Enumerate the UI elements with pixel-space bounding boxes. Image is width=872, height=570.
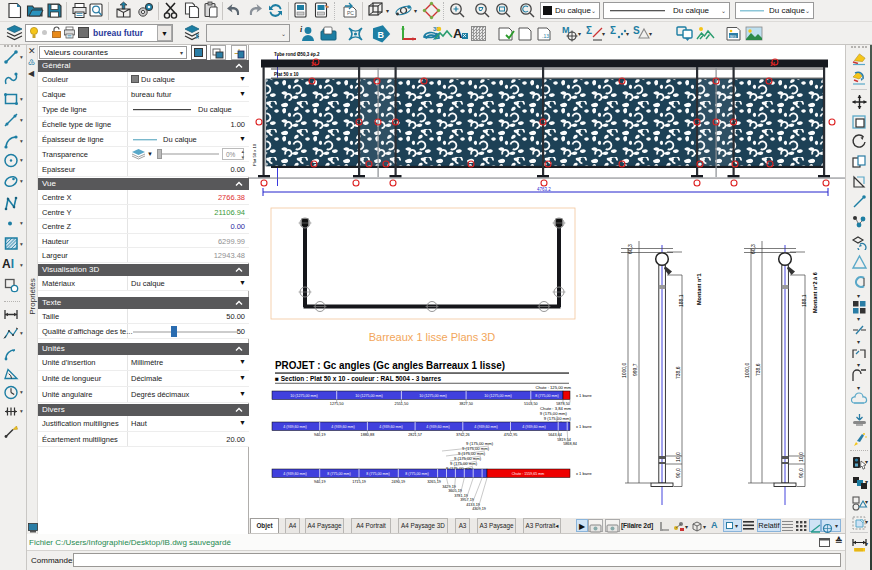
svg-text:3762,26: 3762,26 bbox=[456, 433, 470, 437]
svg-text:5868,84: 5868,84 bbox=[563, 442, 577, 446]
svg-text:4309,19: 4309,19 bbox=[472, 507, 486, 511]
svg-text:738,6: 738,6 bbox=[675, 366, 681, 379]
svg-text:Σ: Σ bbox=[610, 25, 616, 36]
svg-text:4 (939,60 mm): 4 (939,60 mm) bbox=[283, 425, 306, 429]
svg-text:Plat 50 x 10: Plat 50 x 10 bbox=[252, 143, 257, 166]
svg-text:3957,19: 3957,19 bbox=[460, 498, 474, 502]
svg-text:60,3: 60,3 bbox=[627, 244, 633, 254]
svg-text:x 1 barre: x 1 barre bbox=[576, 393, 593, 398]
svg-text:999,7: 999,7 bbox=[632, 363, 638, 376]
svg-text:1275,50: 1275,50 bbox=[330, 402, 344, 406]
svg-text:4 (939,60 mm): 4 (939,60 mm) bbox=[283, 472, 306, 476]
svg-text:x 1 barre: x 1 barre bbox=[576, 424, 593, 429]
svg-text:2551,50: 2551,50 bbox=[395, 402, 409, 406]
svg-text:3429,19: 3429,19 bbox=[442, 485, 456, 489]
svg-text:PROJET : Gc angles (Gc angles: PROJET : Gc angles (Gc angles Barreaux 1… bbox=[275, 359, 505, 371]
svg-text:1000,0: 1000,0 bbox=[744, 362, 750, 378]
svg-text:5643,64: 5643,64 bbox=[548, 433, 562, 437]
svg-text:2490,19: 2490,19 bbox=[391, 480, 405, 484]
svg-text:Chute : 1559,65 mm: Chute : 1559,65 mm bbox=[512, 472, 545, 476]
svg-text:4 (939,60 mm): 4 (939,60 mm) bbox=[522, 425, 545, 429]
svg-text:10,0: 10,0 bbox=[798, 452, 804, 462]
svg-text:Chute : 3,84 mm: Chute : 3,84 mm bbox=[540, 406, 571, 411]
svg-text:5819,54: 5819,54 bbox=[557, 438, 571, 442]
svg-text:188,1: 188,1 bbox=[801, 294, 807, 307]
svg-text:S: S bbox=[633, 25, 640, 36]
svg-text:3827,50: 3827,50 bbox=[459, 402, 473, 406]
svg-text:.13: .13 bbox=[542, 33, 549, 39]
svg-text:10 (1275,00 mm): 10 (1275,00 mm) bbox=[484, 394, 511, 398]
svg-text:1880,88: 1880,88 bbox=[361, 433, 375, 437]
svg-text:PC: PC bbox=[347, 10, 354, 16]
svg-text:x 1 barre: x 1 barre bbox=[576, 471, 593, 476]
svg-text:4702,95: 4702,95 bbox=[504, 433, 518, 437]
svg-text:A: A bbox=[453, 26, 463, 41]
svg-text:Σ: Σ bbox=[586, 25, 592, 36]
svg-text:3781,19: 3781,19 bbox=[454, 494, 468, 498]
svg-text:5103,50: 5103,50 bbox=[524, 402, 538, 406]
svg-text:188,1: 188,1 bbox=[678, 294, 684, 307]
svg-text:1715,19: 1715,19 bbox=[352, 480, 366, 484]
svg-text:8 (775,00 mm): 8 (775,00 mm) bbox=[535, 394, 558, 398]
svg-text:4763,2: 4763,2 bbox=[537, 187, 551, 192]
svg-text:10,0: 10,0 bbox=[675, 452, 681, 462]
svg-text:i: i bbox=[300, 25, 303, 34]
svg-text:60,3: 60,3 bbox=[750, 244, 756, 254]
svg-text:Barreaux 1 lisse Plans 3D: Barreaux 1 lisse Plans 3D bbox=[369, 331, 496, 343]
svg-text:4133,19: 4133,19 bbox=[466, 503, 480, 507]
svg-text:4 (939,60 mm): 4 (939,60 mm) bbox=[474, 425, 497, 429]
svg-text:940,19: 940,19 bbox=[314, 480, 326, 484]
svg-text:90,0: 90,0 bbox=[675, 468, 681, 478]
svg-text:4 (939,60 mm): 4 (939,60 mm) bbox=[426, 425, 449, 429]
svg-text:Tube rond Ø50,3 ép.2: Tube rond Ø50,3 ép.2 bbox=[274, 52, 320, 57]
svg-text:8 (775,00 mm): 8 (775,00 mm) bbox=[366, 472, 389, 476]
svg-text:1000,0: 1000,0 bbox=[621, 362, 627, 378]
svg-text:9 (175,00 mm): 9 (175,00 mm) bbox=[544, 416, 572, 421]
svg-text:Montant n°2 à 6: Montant n°2 à 6 bbox=[812, 272, 818, 313]
svg-text:IMG: IMG bbox=[730, 35, 737, 39]
svg-text:3265,19: 3265,19 bbox=[427, 480, 441, 484]
svg-text:8 (775,00 mm): 8 (775,00 mm) bbox=[405, 472, 428, 476]
svg-text:10 (1275,00 mm): 10 (1275,00 mm) bbox=[419, 394, 446, 398]
svg-text:90,0: 90,0 bbox=[798, 468, 804, 478]
svg-text:Montant n°1: Montant n°1 bbox=[696, 273, 702, 305]
svg-text:■ Section : Plat 50 x 10 - cou: ■ Section : Plat 50 x 10 - couleur : RAL… bbox=[275, 375, 441, 382]
svg-text:940,19: 940,19 bbox=[314, 433, 326, 437]
svg-text:Plat 50 x 10: Plat 50 x 10 bbox=[274, 72, 299, 77]
svg-text:10 (1275,00 mm): 10 (1275,00 mm) bbox=[290, 394, 317, 398]
svg-text:738,6: 738,6 bbox=[755, 363, 761, 376]
svg-text:B: B bbox=[378, 30, 385, 40]
svg-text:8 (775,00 mm): 8 (775,00 mm) bbox=[327, 472, 350, 476]
svg-text:4 (939,60 mm): 4 (939,60 mm) bbox=[379, 425, 402, 429]
svg-text:10 (1275,00 mm): 10 (1275,00 mm) bbox=[355, 394, 382, 398]
svg-text:3605,19: 3605,19 bbox=[448, 489, 462, 493]
svg-text:2821,57: 2821,57 bbox=[408, 433, 422, 437]
svg-text:Chute : 125,00 mm: Chute : 125,00 mm bbox=[535, 385, 571, 390]
svg-text:4 (939,60 mm): 4 (939,60 mm) bbox=[331, 425, 354, 429]
